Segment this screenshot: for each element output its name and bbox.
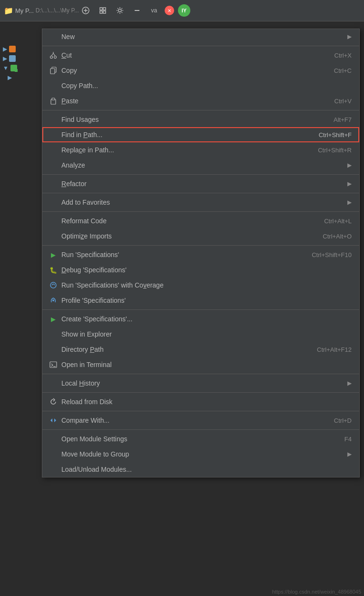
title-text: My P... — [15, 7, 34, 14]
menu-item-run-spec[interactable]: ▶ Run 'Specifications' Ctrl+Shift+F10 — [42, 247, 359, 262]
menu-item-cut[interactable]: Cut Ctrl+X — [42, 48, 359, 63]
menu-item-reformat[interactable]: Reformat Code Ctrl+Alt+L — [42, 213, 359, 228]
svg-rect-15 — [50, 69, 55, 74]
explorer-icon — [48, 329, 59, 339]
coverage-icon — [48, 280, 59, 290]
menu-label-copy: Copy — [61, 67, 320, 74]
menu-item-compare[interactable]: Compare With... Ctrl+D — [42, 413, 359, 428]
svg-point-7 — [118, 9, 121, 12]
separator-3 — [42, 174, 359, 175]
sidebar-item-1[interactable]: ▶ — [2, 45, 41, 53]
analyze-arrow: ▶ — [343, 162, 352, 169]
terminal-icon — [48, 359, 59, 370]
sidebar-item-3[interactable]: ▼ — [2, 64, 41, 72]
menu-label-profile: Profile 'Specifications' — [61, 297, 352, 304]
menu-item-find-usages[interactable]: Find Usages Alt+F7 — [42, 112, 359, 127]
menu-item-replace-in-path[interactable]: Replace in Path... Ctrl+Shift+R — [42, 142, 359, 158]
svg-point-10 — [54, 56, 57, 59]
separator-11 — [42, 429, 359, 430]
menu-item-move-module[interactable]: Move Module to Group ▶ — [42, 447, 359, 462]
find-in-path-icon — [48, 129, 59, 140]
reload-icon — [48, 397, 59, 407]
separator-8 — [42, 374, 359, 374]
menu-item-load-unload[interactable]: Load/Unload Modules... — [42, 462, 359, 477]
menu-item-reload[interactable]: Reload from Disk — [42, 394, 359, 409]
move-module-icon — [48, 449, 59, 459]
minimize-icon[interactable] — [130, 4, 144, 17]
menu-item-create-spec[interactable]: ▶ Create 'Specifications'... — [42, 311, 359, 327]
va-text: va — [148, 4, 161, 17]
replace-shortcut: Ctrl+Shift+R — [304, 147, 352, 154]
user-avatar[interactable]: IY — [178, 4, 190, 17]
run-icon: ▶ — [48, 249, 59, 260]
menu-item-module-settings[interactable]: Open Module Settings F4 — [42, 431, 359, 447]
settings-icon[interactable] — [113, 4, 127, 17]
menu-item-run-coverage[interactable]: Run 'Specifications' with Coverage — [42, 278, 359, 293]
menu-item-copy-path[interactable]: Copy Path... — [42, 78, 359, 93]
path-text: D:\...\...\...\My P... — [36, 7, 79, 14]
new-arrow: ▶ — [343, 33, 352, 40]
folder-icon-2: ▶ — [3, 55, 7, 62]
menu-label-new: New — [61, 33, 343, 40]
file-icon-2 — [9, 55, 16, 62]
svg-line-12 — [53, 53, 55, 56]
cut-shortcut: Ctrl+X — [320, 52, 352, 59]
menu-label-reformat: Reformat Code — [61, 217, 310, 225]
svg-rect-5 — [100, 11, 102, 13]
create-spec-icon: ▶ — [48, 314, 59, 324]
cut-icon — [48, 50, 59, 60]
menu-label-find-in-path: Find in Path... — [61, 131, 305, 139]
menu-item-copy[interactable]: Copy Ctrl+C — [42, 63, 359, 78]
menu-item-show-explorer[interactable]: Show in Explorer — [42, 327, 359, 342]
add-icon[interactable] — [79, 4, 92, 17]
separator-7 — [42, 309, 359, 310]
menu-item-debug-spec[interactable]: 🐛 Debug 'Specifications' — [42, 262, 359, 278]
menu-item-analyze[interactable]: Analyze ▶ — [42, 158, 359, 173]
separator-2 — [42, 110, 359, 110]
sidebar-item-2[interactable]: ▶ — [2, 54, 41, 63]
folder-icon-1: ▶ — [3, 46, 7, 52]
menu-item-profile[interactable]: Profile 'Specifications' — [42, 293, 359, 308]
menu-item-refactor[interactable]: Refactor ▶ — [42, 176, 359, 191]
menu-label-directory-path: Directory Path — [61, 346, 303, 353]
menu-label-local-history: Local History — [61, 379, 343, 387]
menu-label-move-module: Move Module to Group — [61, 450, 343, 458]
menu-item-optimize[interactable]: Optimize Imports Ctrl+Alt+O — [42, 228, 359, 244]
separator-10 — [42, 411, 359, 411]
sidebar-item-4[interactable]: ▶ — [7, 73, 41, 82]
menu-label-copy-path: Copy Path... — [61, 82, 352, 89]
copy-path-icon — [48, 80, 59, 91]
menu-item-local-history[interactable]: Local History ▶ — [42, 376, 359, 391]
menu-label-optimize: Optimize Imports — [61, 232, 308, 240]
menu-label-show-explorer: Show in Explorer — [61, 330, 352, 338]
menu-label-compare: Compare With... — [61, 417, 320, 424]
sidebar-area: ▶ ▶ ▼ ▶ — [0, 21, 43, 596]
folder-icon: 📁 — [4, 6, 13, 15]
svg-point-19 — [52, 299, 54, 301]
debug-icon: 🐛 — [48, 265, 59, 275]
close-button[interactable]: ✕ — [165, 6, 174, 15]
module-settings-icon — [48, 434, 59, 444]
menu-label-run-spec: Run 'Specifications' — [61, 251, 297, 258]
compare-icon — [48, 415, 59, 426]
copy-icon — [48, 65, 59, 76]
menu-item-terminal[interactable]: Open in Terminal — [42, 357, 359, 372]
reformat-shortcut: Ctrl+Alt+L — [310, 218, 352, 225]
menu-item-favorites[interactable]: Add to Favorites ▶ — [42, 195, 359, 210]
separator-4 — [42, 193, 359, 193]
menu-label-load-unload: Load/Unload Modules... — [61, 466, 352, 473]
svg-rect-17 — [52, 98, 55, 100]
separator-6 — [42, 245, 359, 246]
layout-icon[interactable] — [96, 4, 109, 17]
favorites-arrow: ▶ — [343, 199, 352, 206]
menu-item-paste[interactable]: Paste Ctrl+V — [42, 93, 359, 109]
svg-rect-4 — [103, 8, 106, 10]
paste-icon — [48, 96, 59, 106]
menu-item-new[interactable]: New ▶ — [42, 29, 359, 44]
directory-shortcut: Ctrl+Alt+F12 — [303, 346, 352, 353]
refactor-arrow: ▶ — [343, 180, 352, 187]
menu-item-directory-path[interactable]: Directory Path Ctrl+Alt+F12 — [42, 342, 359, 357]
menu-item-find-in-path[interactable]: Find in Path... Ctrl+Shift+F — [42, 127, 359, 142]
separator-5 — [42, 211, 359, 212]
history-icon — [48, 378, 59, 388]
